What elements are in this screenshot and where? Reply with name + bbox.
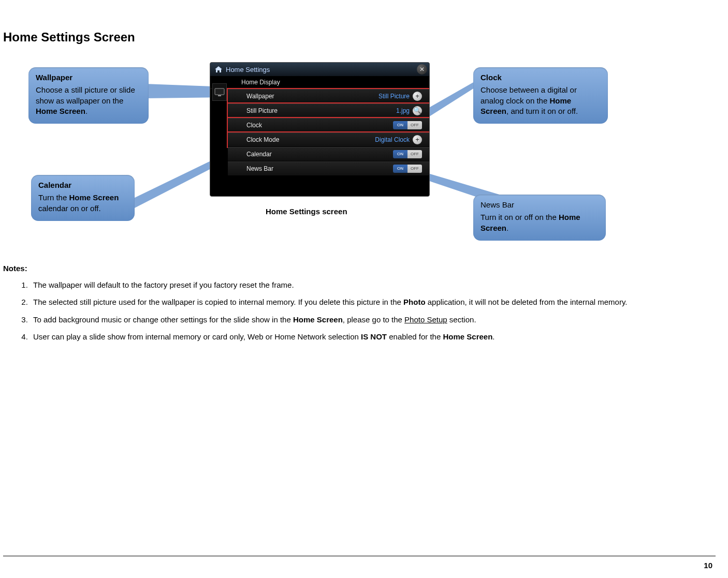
row-news-bar-label: News Bar xyxy=(246,165,273,172)
toggle-off: OFF xyxy=(407,165,422,173)
text: application, it will not be deleted from… xyxy=(426,298,628,306)
text-bold: Home Screen xyxy=(443,332,492,341)
row-clock-mode-label: Clock Mode xyxy=(246,136,279,143)
note-4: User can play a slide show from internal… xyxy=(30,329,710,344)
home-settings-screenshot: Home Settings ✕ Home Display Wallpaper S… xyxy=(210,62,430,197)
text-bold: Home Screen xyxy=(69,193,119,202)
page-number: 10 xyxy=(704,561,712,570)
text: User can play a slide show from internal… xyxy=(33,332,361,341)
note-1: The wallpaper will default to the factor… xyxy=(30,277,710,292)
toggle-off: OFF xyxy=(407,121,422,129)
note-3: To add background music or change other … xyxy=(30,312,710,327)
toggle-on: ON xyxy=(393,150,407,158)
text-bold: IS NOT xyxy=(361,332,387,341)
row-clock-mode[interactable]: Clock Mode Digital Clock + xyxy=(228,132,429,147)
row-still-picture[interactable]: Still Picture 1.jpg 🔍 xyxy=(228,103,429,118)
text-bold: Home Screen xyxy=(36,107,85,115)
text: Choose a still picture or slide show as … xyxy=(36,85,135,105)
text: Turn the xyxy=(38,193,69,202)
row-calendar-label: Calendar xyxy=(246,151,272,158)
figure-caption: Home Settings screen xyxy=(266,207,347,216)
plus-icon[interactable]: + xyxy=(413,92,422,101)
footer-rule xyxy=(3,556,716,556)
row-clock-label: Clock xyxy=(246,122,262,129)
text-bold: Photo xyxy=(403,298,426,306)
section-home-display: Home Display xyxy=(210,76,429,89)
toggle-on: ON xyxy=(393,121,407,129)
row-wallpaper-value: Still Picture xyxy=(378,93,410,100)
row-news-bar[interactable]: News Bar ON OFF xyxy=(228,161,429,176)
callout-wallpaper-body: Choose a still picture or slide show as … xyxy=(36,85,135,115)
callout-calendar-body: Turn the Home Screen calendar on or off. xyxy=(38,193,119,212)
text: , please go to the xyxy=(343,315,404,324)
home-icon xyxy=(214,66,223,73)
svg-rect-4 xyxy=(215,88,224,95)
text: To add background music or change other … xyxy=(33,315,293,324)
text: , and turn it on or off. xyxy=(506,107,578,115)
row-still-picture-value: 1.jpg xyxy=(396,107,410,114)
callout-clock-body: Choose between a digital or analog clock… xyxy=(481,85,578,115)
figure-area: Wallpaper Choose a still picture or slid… xyxy=(0,57,728,254)
toggle-clock[interactable]: ON OFF xyxy=(393,121,422,129)
text: The selected still picture used for the … xyxy=(33,298,403,306)
plus-icon[interactable]: + xyxy=(413,135,422,144)
callout-calendar: Calendar Turn the Home Screen calendar o… xyxy=(31,175,135,221)
toggle-calendar[interactable]: ON OFF xyxy=(393,150,422,158)
toggle-on: ON xyxy=(393,165,407,173)
row-clock-mode-value: Digital Clock xyxy=(375,136,410,143)
callout-calendar-title: Calendar xyxy=(38,180,127,190)
text: . xyxy=(492,332,494,341)
page-title: Home Settings Screen xyxy=(3,30,135,45)
window-title: Home Settings xyxy=(226,66,270,73)
text: section. xyxy=(447,315,476,324)
row-wallpaper[interactable]: Wallpaper Still Picture + xyxy=(228,89,429,103)
row-wallpaper-label: Wallpaper xyxy=(246,93,274,100)
callout-clock-title: Clock xyxy=(481,72,601,83)
notes-heading: Notes: xyxy=(3,264,27,273)
callout-wallpaper: Wallpaper Choose a still picture or slid… xyxy=(28,67,149,124)
window-title-bar: Home Settings ✕ xyxy=(210,63,429,76)
text: . xyxy=(506,224,508,232)
toggle-off: OFF xyxy=(407,150,422,158)
text: . xyxy=(85,107,88,115)
text: enabled for the xyxy=(387,332,443,341)
text-bold: Home Screen xyxy=(293,315,343,324)
note-2: The selected still picture used for the … xyxy=(30,294,710,309)
callout-clock: Clock Choose between a digital or analog… xyxy=(473,67,608,124)
notes-list: The wallpaper will default to the factor… xyxy=(17,277,710,346)
search-icon[interactable]: 🔍 xyxy=(413,106,422,115)
display-icon xyxy=(212,83,227,101)
callout-wallpaper-title: Wallpaper xyxy=(36,72,141,83)
text: calendar on or off. xyxy=(38,204,101,213)
callout-newsbar: News Bar Turn it on or off on the Home S… xyxy=(473,195,606,241)
toggle-news-bar[interactable]: ON OFF xyxy=(393,165,422,173)
svg-rect-5 xyxy=(218,95,221,96)
close-icon[interactable]: ✕ xyxy=(417,64,427,75)
callout-newsbar-body: Turn it on or off on the Home Screen. xyxy=(481,213,580,232)
row-still-picture-label: Still Picture xyxy=(246,107,278,114)
link-photo-setup[interactable]: Photo Setup xyxy=(404,315,447,324)
row-calendar[interactable]: Calendar ON OFF xyxy=(228,147,429,161)
text: Turn it on or off on the xyxy=(481,213,559,221)
callout-newsbar-title: News Bar xyxy=(481,200,599,210)
row-clock[interactable]: Clock ON OFF xyxy=(228,118,429,132)
